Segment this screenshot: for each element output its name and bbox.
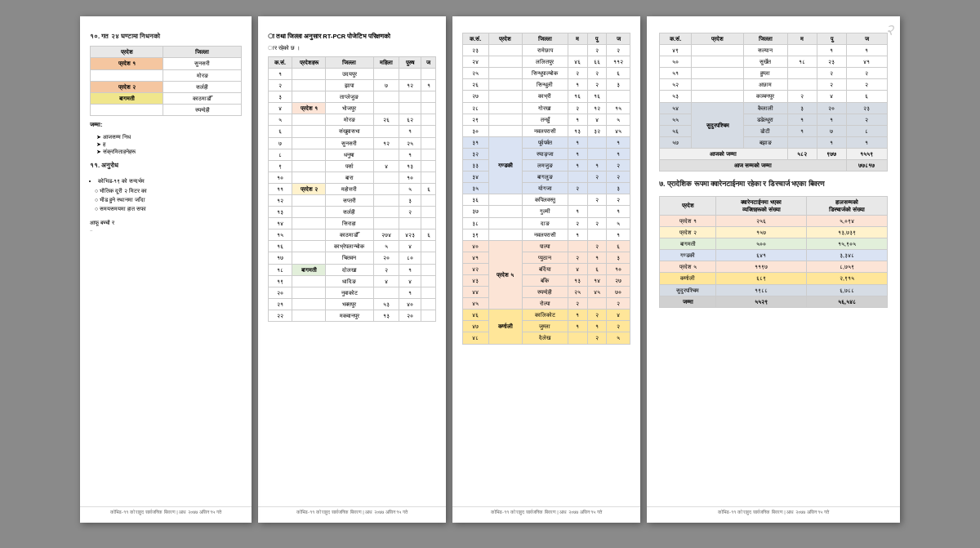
table-row: २९तनहुँ१४५ [463, 114, 630, 125]
page3-footer: कोभिड-११ को राहुद सार्वजनिक बिवरण | आध २… [452, 506, 640, 516]
table-row: ६संखुवासभा१ [269, 126, 436, 137]
jamma-label: जम्मा: [90, 121, 242, 128]
note3: ➤ संक्रमिताहनेहरू [90, 148, 242, 155]
table-row: बागमती५००१५,९०५ [660, 238, 888, 250]
table-row: १६काभ्रेपलान्चोक५४ [269, 241, 436, 252]
table-row: कर्णाली६८९२,९१५ [660, 273, 888, 284]
col-jilla: जिल्ला [163, 47, 242, 58]
pages-container: १०. गत २४ घण्टामा निधनको प्रदेश जिल्ला प… [0, 0, 980, 548]
table-row: ३८दाङ२२५ [463, 217, 630, 229]
table-row: सुदुरपश्चिम१९८८६,७८८ [660, 284, 888, 296]
table-row: ८धनुषा१ [269, 149, 436, 160]
table-row: २५सिन्धुपाल्चोक२२६ [463, 68, 630, 79]
table-row: ३६कपिलवस्तु२२ [463, 194, 630, 206]
table-row: ४३बाँके१३१४२७ [463, 274, 630, 286]
table-row: १५काठमाडौँ२७४४२३६ [269, 229, 436, 241]
table-row: १९धादिङ४४ [269, 275, 436, 287]
page-4: २ क.सं. प्रदेश जिल्ला म पु ज ४९सल्यान११ … [647, 16, 900, 523]
col-total: ज [421, 56, 436, 68]
note2: ➤ ह [90, 140, 242, 148]
table-row: ३ताप्लेजुङ [269, 91, 436, 103]
page-3: क.सं. प्रदेश जिल्ला म पु ज २३रामेछाप२२ २… [452, 16, 640, 523]
table-row: प्रदेश १२५६५,०९४ [660, 216, 888, 227]
jamma-f: ५८२ [787, 148, 817, 159]
notes-section: ➤ आजसम्म निध ➤ ह ➤ संक्रमिताहनेहरू [90, 133, 242, 155]
table-row: ५२अछाम२२ [660, 79, 888, 91]
table-row: ४४रुपन्देही२५४५७० [463, 287, 630, 298]
page2-subtitle: ार रहेको छ । [268, 44, 436, 51]
table-row: ३९नवलपरासी११ [463, 229, 630, 240]
grand-total-label: आज सम्मको जम्मा [660, 160, 847, 172]
table-row: २१भक्तपुर५३४० [269, 298, 436, 310]
table-row: १४सिराहा [269, 218, 436, 229]
grand-total-row: आज सम्मको जम्मा ७७८१७ [660, 160, 888, 172]
table-row: रुपन्देही [91, 104, 242, 115]
deaths-table: प्रदेश जिल्ला प्रदेश १ सुनसरी मोरङ प्रदे… [90, 46, 242, 116]
table-row: २३रामेछाप२२ [463, 45, 630, 56]
table-row: २८गोरखा२१२१५ [463, 102, 630, 114]
table-row: ३०नवलपरासी१३३२४५ [463, 125, 630, 136]
sub-bullet-1: ○ भौतिक दूरी २ मिटर का [95, 187, 242, 194]
page2-footer: कोभिड-११ को राहुद सार्वजनिक बिवरण | आध २… [258, 506, 446, 516]
table-row: ५०सुर्खेत१८२३४१ [660, 56, 888, 68]
table-row: १०बारा१० [269, 172, 436, 183]
table-row: प्रदेश २ सर्लही [91, 81, 242, 92]
jamma-m: ९७७ [817, 148, 846, 159]
table-row: ४७जुम्ला११२ [463, 321, 630, 332]
table-row: ४०प्रदेश ५पाल्पा२६ [463, 240, 630, 252]
col-jilla: जिल्ला [325, 56, 373, 68]
table-row: ३४बागलुङ२२ [463, 172, 630, 183]
sub-bullets: ○ भौतिक दूरी २ मिटर का ○ भीड हुने स्थानम… [90, 187, 242, 212]
table-row: १८बागमतीदोलखा२१ [269, 264, 436, 275]
bullet-section: कोभिड-१९ को सन्दर्भम ○ भौतिक दूरी २ मिटर… [90, 177, 242, 212]
jamma-t: १५५९ [846, 148, 887, 159]
table-row: प्रदेश ५११९७८,७५९ [660, 261, 888, 273]
table-row: १७चितवन२०८० [269, 252, 436, 264]
col-mahila: महिला [373, 56, 399, 68]
col-sn: क.सं. [269, 56, 292, 68]
table-row: २०नुवाकोट१ [269, 287, 436, 298]
section7: ७. प्रादेशिक रूपमा क्वारेनटाईनमा रहेका र… [659, 180, 888, 308]
table-row: प्रदेश २१५७१३,७३९ [660, 227, 888, 238]
table-row: ९पर्सा४१३ [269, 160, 436, 172]
table-row: प्रदेश १ सुनसरी [91, 58, 242, 69]
table-row: २४ललितपुर४६६६११२ [463, 56, 630, 68]
grand-total-value: ७७८१७ [846, 160, 887, 172]
table-row: ३५र्यागजा२३ [463, 183, 630, 194]
page-2: ा तथा जिल्ला अनुसार RT-PCR पोजेटिभ परिक्… [258, 16, 446, 523]
rtpcr-table: क.सं. प्रदेशहरू जिल्ला महिला पुरुष ज १उद… [268, 56, 436, 322]
page4-footer: कोभिड-११ को राहुद सार्वजनिक बिवरण | आध २… [647, 506, 900, 516]
section10-title: १०. गत २४ घण्टामा निधनको [90, 33, 242, 41]
table-row: ४प्रदेश १भोजपुर [269, 103, 436, 114]
jamma-label: आजको जम्मा [660, 148, 788, 159]
table-row: ४९सल्यान११ [660, 45, 888, 56]
table-row: ५३कञ्चनपुर२४६ [660, 91, 888, 102]
table-row: ४१प्युठान२१३ [463, 252, 630, 263]
table-row: ४२बर्दिया४६१० [463, 263, 630, 274]
quarantine-table: प्रदेश क्वारेनटाईनमा भएकाव्यक्तिहरूको सं… [659, 196, 888, 308]
section11-title: ११. अनुरोध [90, 162, 242, 170]
table-row: ४६कर्णालीकालिकोट१२४ [463, 310, 630, 321]
section11: ११. अनुरोध कोभिड-१९ को सन्दर्भम ○ भौतिक … [90, 162, 242, 212]
page1-footer: कोभिड-११ को राहुद सार्वजनिक बिवरण | आध २… [80, 506, 252, 516]
table-row: ३७गुल्मी११ [463, 206, 630, 217]
rtpcr-table-continued: क.सं. प्रदेश जिल्ला म पु ज २३रामेछाप२२ २… [462, 33, 630, 345]
table-row: २झापा७१२१ [269, 80, 436, 91]
jamma-row: आजको जम्मा ५८२ ९७७ १५५९ [660, 148, 888, 159]
table-row: ५४सुदुरपश्चिमकैलाली३२०२३ [660, 102, 888, 114]
page-marker: ~ [90, 228, 242, 234]
table-row: ७सुनसरी१२२५ [269, 137, 436, 149]
total-row: जम्मा५५२९५६,५४८ [660, 296, 888, 307]
page-1: १०. गत २४ घण्टामा निधनको प्रदेश जिल्ला प… [80, 16, 252, 523]
section7-title: ७. प्रादेशिक रूपमा क्वारेनटाईनमा रहेका र… [659, 180, 888, 189]
table-row: ४८दैलेख२५ [463, 332, 630, 344]
table-row: ४५रोल्पा२२ [463, 298, 630, 310]
page2-title: ा तथा जिल्ला अनुसार RT-PCR पोजेटिभ परिक्… [268, 33, 436, 41]
table-row: ३१गण्डकीपूर्व पर्वत११ [463, 136, 630, 148]
table-row: गण्डकी६४१३,३४८ [660, 250, 888, 261]
table-row: ५मोरङ२६६२ [269, 114, 436, 126]
qh-discharge: हालसम्मकोडिस्चार्जको संख्या [806, 196, 887, 215]
table-row: ३३लमजुङ११२ [463, 160, 630, 172]
table-row: २२मकवानपुर१३२० [269, 310, 436, 321]
sub-bullet-3: ○ समयसमयमा हात सफा [95, 205, 242, 212]
